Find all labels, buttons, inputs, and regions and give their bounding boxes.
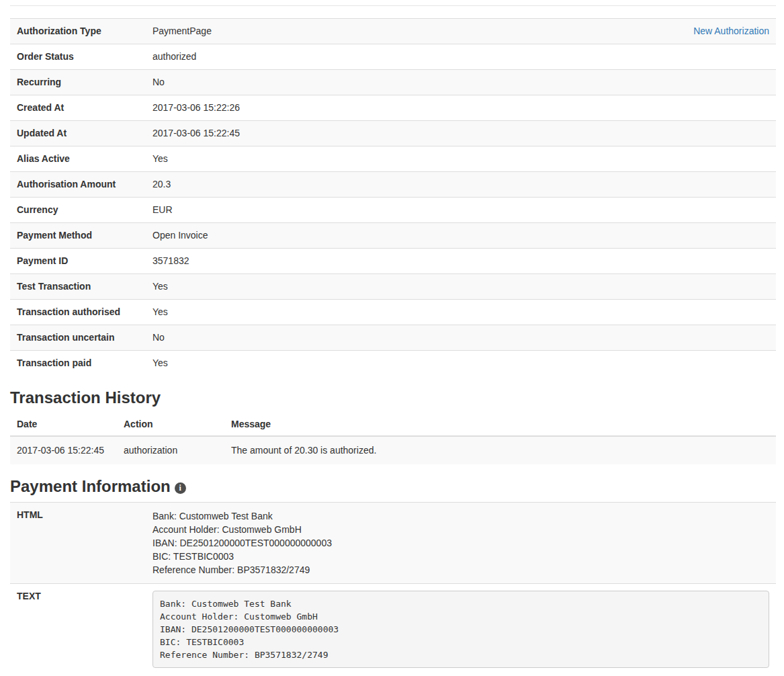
detail-value: Yes: [146, 300, 776, 325]
detail-row-transaction-uncertain: Transaction uncertain No: [10, 325, 776, 351]
detail-value: 3571832: [146, 249, 776, 274]
detail-row-payment-id: Payment ID 3571832: [10, 249, 776, 274]
new-authorization-link[interactable]: New Authorization: [693, 26, 769, 37]
payment-html-line-reference: Reference Number: BP3571832/2749: [153, 563, 769, 577]
detail-row-created-at: Created At 2017-03-06 15:22:26: [10, 95, 776, 121]
payment-information-title-text: Payment Information: [10, 477, 171, 495]
order-detail-page: Authorization Type New Authorization Pay…: [0, 0, 784, 675]
detail-value: 20.3: [146, 172, 776, 198]
detail-value: EUR: [146, 198, 776, 223]
payment-html-row: HTML Bank: Customweb Test Bank Account H…: [10, 503, 776, 584]
history-row: 2017-03-06 15:22:45 authorization The am…: [10, 436, 776, 464]
detail-row-updated-at: Updated At 2017-03-06 15:22:45: [10, 121, 776, 146]
detail-value: No: [146, 325, 776, 351]
detail-row-currency: Currency EUR: [10, 198, 776, 223]
order-details-table: Authorization Type New Authorization Pay…: [10, 18, 776, 376]
detail-value: Open Invoice: [146, 223, 776, 249]
history-column-action: Action: [117, 413, 224, 436]
payment-html-content: Bank: Customweb Test Bank Account Holder…: [146, 503, 776, 584]
detail-value: PaymentPage: [153, 26, 212, 36]
payment-text-content-cell: Bank: Customweb Test Bank Account Holder…: [146, 584, 776, 675]
detail-row-test-transaction: Test Transaction Yes: [10, 274, 776, 300]
history-date: 2017-03-06 15:22:45: [10, 436, 117, 464]
history-header-row: Date Action Message: [10, 413, 776, 436]
history-message: The amount of 20.30 is authorized.: [224, 436, 776, 464]
detail-value: Yes: [146, 274, 776, 300]
detail-label: Created At: [10, 95, 146, 121]
detail-value-cell: New Authorization PaymentPage: [146, 19, 776, 44]
transaction-history-table: Date Action Message 2017-03-06 15:22:45 …: [10, 413, 776, 464]
top-divider: [10, 5, 776, 6]
detail-row-recurring: Recurring No: [10, 70, 776, 95]
payment-html-line-bic: BIC: TESTBIC0003: [153, 550, 769, 563]
history-column-message: Message: [224, 413, 776, 436]
detail-label: Transaction authorised: [10, 300, 146, 325]
payment-html-line-iban: IBAN: DE2501200000TEST000000000003: [153, 536, 769, 550]
detail-label: Transaction paid: [10, 351, 146, 376]
detail-value: No: [146, 70, 776, 95]
transaction-history-title: Transaction History: [10, 389, 776, 407]
detail-row-alias-active: Alias Active Yes: [10, 146, 776, 172]
payment-text-row: TEXT Bank: Customweb Test Bank Account H…: [10, 584, 776, 675]
detail-label: Currency: [10, 198, 146, 223]
detail-value: 2017-03-06 15:22:26: [146, 95, 776, 121]
detail-row-transaction-paid: Transaction paid Yes: [10, 351, 776, 376]
payment-html-line-account-holder: Account Holder: Customweb GmbH: [153, 523, 769, 536]
detail-value: 2017-03-06 15:22:45: [146, 121, 776, 146]
transaction-history-title-text: Transaction History: [10, 388, 161, 407]
detail-row-order-status: Order Status authorized: [10, 44, 776, 70]
history-action: authorization: [117, 436, 224, 464]
detail-label: Payment Method: [10, 223, 146, 249]
history-column-date: Date: [10, 413, 117, 436]
payment-html-label: HTML: [10, 503, 146, 584]
detail-row-transaction-authorised: Transaction authorised Yes: [10, 300, 776, 325]
detail-row-payment-method: Payment Method Open Invoice: [10, 223, 776, 249]
detail-label: Recurring: [10, 70, 146, 95]
detail-label: Test Transaction: [10, 274, 146, 300]
detail-value: Yes: [146, 351, 776, 376]
detail-value: authorized: [146, 44, 776, 70]
payment-html-line-bank: Bank: Customweb Test Bank: [153, 509, 769, 523]
payment-information-title: Payment Informationi: [10, 478, 776, 495]
info-icon[interactable]: i: [175, 482, 186, 494]
payment-text-label: TEXT: [10, 584, 146, 675]
detail-label: Authorisation Amount: [10, 172, 146, 198]
detail-label: Order Status: [10, 44, 146, 70]
detail-label: Authorization Type: [10, 19, 146, 44]
detail-row-authorization-type: Authorization Type New Authorization Pay…: [10, 19, 776, 44]
payment-information-table: HTML Bank: Customweb Test Bank Account H…: [10, 502, 776, 675]
detail-label: Alias Active: [10, 146, 146, 172]
detail-label: Updated At: [10, 121, 146, 146]
detail-label: Payment ID: [10, 249, 146, 274]
detail-row-authorisation-amount: Authorisation Amount 20.3: [10, 172, 776, 198]
payment-text-block: Bank: Customweb Test Bank Account Holder…: [153, 591, 769, 668]
detail-label: Transaction uncertain: [10, 325, 146, 351]
detail-value: Yes: [146, 146, 776, 172]
